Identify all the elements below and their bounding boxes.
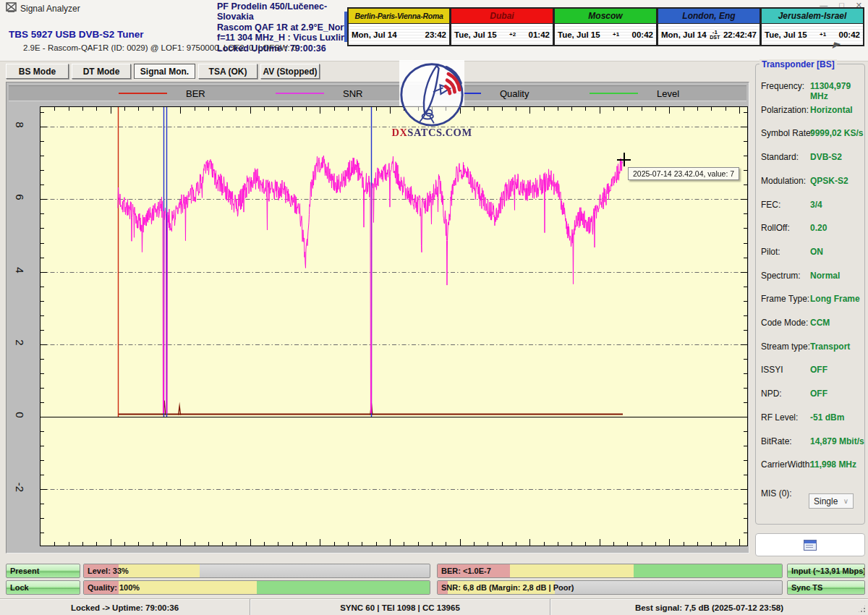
window-title: Signal Analyzer bbox=[20, 4, 80, 14]
transponder-field-label: CarrierWidth: bbox=[761, 459, 812, 470]
legend-item-ber: BER bbox=[119, 88, 276, 99]
tuner-title: TBS 5927 USB DVB-S2 Tuner bbox=[9, 29, 144, 40]
transponder-field-value: CCM bbox=[810, 318, 830, 328]
legend-swatch bbox=[590, 93, 638, 94]
gauge-input-13-91-mbps-: Input (~13,91 Mbps) bbox=[787, 564, 865, 578]
transponder-field-label: Frequency: bbox=[761, 81, 804, 91]
y-axis-tick-label: 8 bbox=[14, 117, 26, 133]
transponder-field-value: 14,879 Mbit/s bbox=[810, 436, 864, 446]
table-icon bbox=[804, 540, 817, 551]
transponder-field-value: 11,998 MHz bbox=[810, 459, 856, 470]
tab-tsa-ok-[interactable]: TSA (OK) bbox=[198, 64, 258, 79]
signal-analyzer-window: Signal Analyzer — □ ✕ PF Prodelin 450/Lu… bbox=[0, 0, 868, 615]
gauge-quality: Quality: 100% bbox=[83, 580, 430, 595]
dxsatcs-logo: DXSATCS.COM bbox=[391, 60, 472, 139]
clock-date: Mon, Jul 14 bbox=[352, 30, 397, 39]
clock-0: Berlin-Paris-Vienna-RomaMon, Jul 1423:42 bbox=[347, 7, 451, 46]
legend-label: Quality bbox=[500, 88, 529, 99]
clock-utc-offset: +1 bbox=[807, 32, 839, 37]
clock-3: London, EngMon, Jul 14-1DST22:42:47 bbox=[658, 7, 761, 46]
clock-1: DubaiTue, Jul 15+201:42 bbox=[451, 7, 554, 46]
transponder-field-label: Spectrum: bbox=[761, 271, 801, 281]
transponder-field-value: Normal bbox=[810, 271, 840, 281]
status-bar: Locked -> Uptime: 79:00:36SYNC 60 | TEI … bbox=[0, 598, 868, 615]
mis-value: Single bbox=[814, 496, 838, 506]
clock-time-row: Mon, Jul 14-1DST22:42:47 bbox=[658, 24, 760, 45]
legend-item-level: Level bbox=[590, 88, 746, 99]
clock-city: Jerusalem-Israel bbox=[762, 9, 863, 24]
transponder-field-value: 0.20 bbox=[810, 223, 827, 233]
gauge-label: Level: 33% bbox=[88, 567, 129, 575]
clock-date: Tue, Jul 15 bbox=[454, 30, 497, 39]
transponder-field-label: RF Level: bbox=[761, 412, 798, 423]
clock-time-row: Tue, Jul 15+100:42 bbox=[555, 24, 656, 45]
gauge-zone bbox=[257, 581, 430, 594]
transponder-field-label: FEC: bbox=[761, 200, 780, 210]
y-axis-tick-label: 2 bbox=[14, 334, 26, 350]
clock-utc-offset: +1 bbox=[600, 32, 632, 37]
gauge-label: Quality: 100% bbox=[88, 583, 140, 592]
transponder-field-value: 3/4 bbox=[810, 200, 822, 210]
tab-signal-mon-[interactable]: Signal Mon. bbox=[134, 64, 195, 79]
dxsatcs-emblem-icon bbox=[397, 60, 467, 127]
info-line: f=11 304 MHz_H : Vicus Luxlink bbox=[217, 33, 354, 43]
clock-time-row: Mon, Jul 1423:42 bbox=[349, 24, 449, 45]
mis-label: MIS (0): bbox=[761, 488, 792, 499]
gauge-present: Present bbox=[6, 564, 80, 578]
world-clocks: Berlin-Paris-Vienna-RomaMon, Jul 1423:42… bbox=[347, 7, 866, 46]
gauge-level: Level: 33% bbox=[83, 564, 430, 578]
gauge-label: Sync TS bbox=[791, 583, 822, 592]
clock-time: 23:42 bbox=[425, 30, 446, 39]
clock-4: Jerusalem-IsraelTue, Jul 15+100:42 bbox=[761, 7, 864, 46]
clock-city: Moscow bbox=[555, 9, 656, 24]
clock-time: 00:42 bbox=[632, 30, 653, 39]
clock-time-row: Tue, Jul 15+100:42 bbox=[762, 24, 863, 45]
tab-bs-mode[interactable]: BS Mode bbox=[6, 64, 69, 79]
gauge-ber: BER: <1.0E-7 bbox=[437, 564, 783, 578]
transponder-field-label: Frame Type: bbox=[761, 294, 809, 304]
legend-label: Level bbox=[657, 88, 679, 99]
mode-tabs: BS ModeDT ModeSignal Mon.TSA (OK)AV (Sto… bbox=[6, 64, 320, 79]
statusbar-section: SYNC 60 | TEI 1098 | CC 13965 bbox=[250, 599, 550, 615]
clock-city: Berlin-Paris-Vienna-Roma bbox=[349, 9, 449, 24]
legend-label: SNR bbox=[343, 88, 362, 99]
chart-tooltip: 2025-07-14 23.42.04, value: 7 bbox=[628, 167, 739, 180]
clock-time: 22:42:47 bbox=[723, 30, 757, 39]
transponder-field-value: Long Frame bbox=[810, 294, 860, 304]
clock-2: MoscowTue, Jul 15+100:42 bbox=[554, 7, 658, 46]
transport-details-button[interactable] bbox=[755, 533, 865, 556]
transponder-field-label: Polarization: bbox=[761, 105, 809, 115]
transponder-field-value: ON bbox=[810, 247, 823, 257]
transponder-field-label: Modulation: bbox=[761, 176, 806, 186]
clock-time: 00:42 bbox=[839, 30, 860, 39]
transponder-field-value: Transport bbox=[810, 342, 850, 352]
statusbar-section: Locked -> Uptime: 79:00:36 bbox=[0, 599, 250, 615]
mis-dropdown[interactable]: Single ∨ bbox=[809, 493, 854, 509]
transponder-field-label: ISSYI bbox=[761, 365, 783, 375]
app-dish-icon bbox=[6, 2, 18, 13]
gauge-zone bbox=[634, 564, 782, 577]
statusbar-section: Best signal: 7,5 dB (2025-07-12 23:58) bbox=[550, 599, 868, 615]
gauge-zone bbox=[119, 564, 200, 577]
crosshair-cursor-icon bbox=[617, 153, 631, 166]
transponder-field-label: BitRate: bbox=[761, 436, 792, 446]
y-axis-tick-label: 4 bbox=[14, 262, 26, 278]
transponder-field-value: 11304,979 MHz bbox=[810, 81, 868, 101]
chevron-down-icon: ∨ bbox=[843, 497, 848, 505]
transponder-field-value: -51 dBm bbox=[810, 412, 844, 423]
legend-label: BER bbox=[186, 88, 205, 99]
gauge-zone bbox=[510, 564, 634, 577]
transponder-field-label: Standard: bbox=[761, 152, 799, 162]
transponder-field-value: Horizontal bbox=[810, 105, 853, 115]
tab-av-stopped-[interactable]: AV (Stopped) bbox=[260, 64, 320, 79]
gauge-snr: SNR: 6,8 dB (Margin: 2,8 dB | Poor) bbox=[437, 580, 783, 595]
clock-date: Mon, Jul 14 bbox=[661, 30, 707, 39]
gauge-label: BER: <1.0E-7 bbox=[441, 567, 491, 575]
chart-legend: BERSNRQualityLevel bbox=[9, 85, 746, 101]
transponder-field-value: 9999,02 KS/s bbox=[810, 128, 863, 138]
clock-city: Dubai bbox=[451, 9, 553, 24]
clock-date: Tue, Jul 15 bbox=[765, 30, 807, 39]
transponder-field-label: Pilot: bbox=[761, 247, 780, 257]
transponder-field-label: RollOff: bbox=[761, 223, 790, 233]
tab-dt-mode[interactable]: DT Mode bbox=[72, 64, 131, 79]
